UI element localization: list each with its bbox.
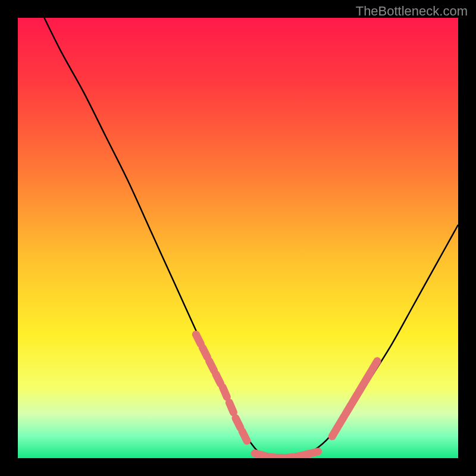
left-descent-marker-dot	[242, 431, 247, 441]
bottleneck-chart	[18, 18, 458, 458]
left-descent-marker-dot	[236, 418, 240, 428]
chart-plot-area	[18, 18, 458, 458]
valley-floor-marker-dot	[308, 452, 318, 454]
left-descent-marker-dot	[202, 347, 207, 357]
gradient-background	[18, 18, 458, 458]
left-descent-marker-dot	[223, 387, 227, 397]
watermark-text: TheBottleneck.com	[356, 4, 468, 19]
left-descent-marker-dot	[216, 374, 221, 384]
left-descent-marker-dot	[209, 361, 214, 371]
left-descent-marker-dot	[229, 403, 233, 413]
right-ascent-marker-dot	[372, 361, 377, 370]
left-descent-marker-dot	[196, 334, 201, 344]
